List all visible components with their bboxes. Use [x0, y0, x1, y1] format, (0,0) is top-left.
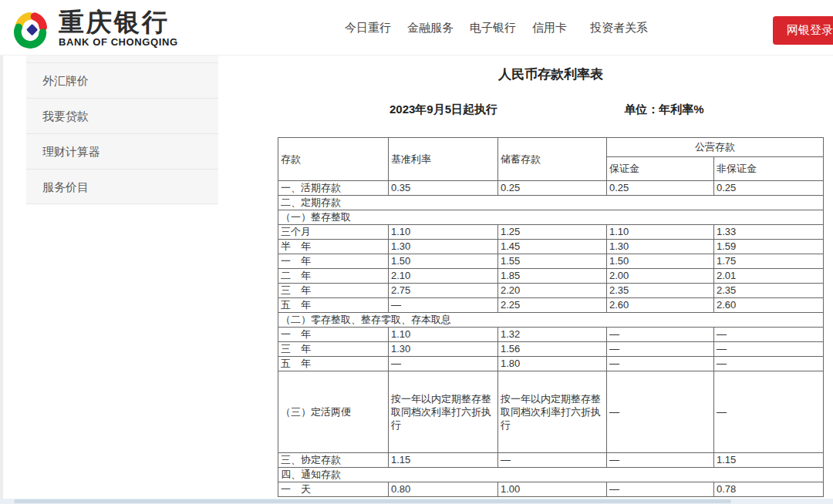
row-label: 半 年 — [278, 240, 389, 254]
rate-cell: 1.15 — [389, 453, 498, 468]
brand-logo[interactable]: 重庆银行 BANK OF CHONGQING — [11, 8, 178, 49]
rate-row: 五 年—2.252.602.60 — [278, 298, 824, 313]
rate-cell: — — [607, 328, 714, 342]
rate-cell: 1.50 — [389, 254, 498, 269]
brand-name-cn: 重庆银行 — [59, 9, 178, 35]
brand-name-en: BANK OF CHONGQING — [59, 36, 178, 48]
col-header: 存款 — [278, 138, 389, 181]
rate-cell: 0.80 — [389, 482, 498, 497]
sidebar-item-calculator[interactable]: 理财计算器 — [26, 133, 218, 169]
rate-cell: 1.32 — [498, 328, 607, 342]
rate-row: 一 年1.101.32—— — [278, 328, 824, 342]
nav-item-ebanking[interactable]: 电子银行 — [470, 21, 516, 35]
col-header: 储蓄存款 — [498, 138, 607, 181]
rate-cell: 2.20 — [498, 284, 607, 298]
rate-cell: 2.25 — [498, 298, 607, 313]
rate-cell: 2.60 — [714, 298, 824, 313]
row-label: 三 年 — [278, 342, 389, 357]
rate-cell: 1.33 — [714, 225, 824, 240]
page-title: 人民币存款利率表 — [278, 66, 824, 83]
site-header: 重庆银行 BANK OF CHONGQING 今日重行 金融服务 电子银行 信用… — [0, 0, 833, 55]
rate-cell: — — [607, 453, 714, 468]
rate-cell: 2.35 — [607, 284, 714, 298]
rate-cell: 1.25 — [498, 225, 607, 240]
rate-cell: — — [714, 371, 824, 453]
nav-item-financial-services[interactable]: 金融服务 — [407, 21, 454, 35]
row-label: 一 年 — [278, 254, 389, 269]
rate-cell: — — [607, 482, 714, 497]
rate-cell: 2.00 — [607, 269, 714, 284]
rate-cell: 0.35 — [389, 181, 498, 196]
rate-cell: 1.45 — [498, 240, 607, 254]
sidebar-item-forex-rates[interactable]: 外汇牌价 — [26, 62, 218, 98]
rate-cell: 1.80 — [498, 357, 607, 371]
sidebar-item-loans[interactable]: 我要贷款 — [26, 98, 218, 133]
rate-cell: — — [498, 453, 607, 468]
page: 重庆银行 BANK OF CHONGQING 今日重行 金融服务 电子银行 信用… — [0, 0, 833, 504]
rate-cell: 按一年以内定期整存整取同档次利率打六折执行 — [389, 371, 498, 453]
rate-cell: — — [714, 357, 824, 371]
section-row: （一）整存整取 — [278, 210, 824, 225]
rate-cell: 1.50 — [607, 254, 714, 269]
row-label: 二 年 — [278, 269, 389, 284]
rate-row: 三个月1.101.251.101.33 — [278, 225, 824, 240]
rate-row: 三 年1.301.56—— — [278, 342, 824, 357]
section-label: 四、通知存款 — [278, 468, 824, 482]
rate-cell: 1.10 — [389, 225, 498, 240]
unit-label: 单位：年利率% — [624, 102, 703, 117]
rate-row: 半 年1.301.451.301.59 — [278, 240, 824, 254]
rate-cell: 1.75 — [714, 254, 824, 269]
sidebar-item-service-prices[interactable]: 服务价目 — [26, 169, 218, 204]
rate-cell: 0.78 — [714, 482, 824, 497]
horizontal-scrollbar[interactable] — [0, 499, 833, 504]
brand-text: 重庆银行 BANK OF CHONGQING — [59, 9, 178, 48]
row-label: 五 年 — [278, 357, 389, 371]
rate-cell: — — [607, 371, 714, 453]
ebank-login-button[interactable]: 网银登录 — [773, 16, 833, 45]
rate-cell: 1.10 — [607, 225, 714, 240]
rate-row: （三）定活两便按一年以内定期整存整取同档次利率打六折执行按一年以内定期整存整取同… — [278, 371, 824, 453]
sidebar: 外汇牌价 我要贷款 理财计算器 服务价目 — [26, 55, 218, 204]
sidebar-spacer — [26, 55, 218, 62]
rate-row: 三、协定存款1.15——1.15 — [278, 453, 824, 468]
nav-item-investor-relations[interactable]: 投资者关系 — [590, 21, 648, 35]
rate-cell: 1.30 — [389, 240, 498, 254]
rate-row: 一 天0.801.00—0.78 — [278, 482, 824, 497]
rate-cell: 1.15 — [714, 453, 824, 468]
rate-cell: 1.59 — [714, 240, 824, 254]
row-label: 一、活期存款 — [278, 181, 389, 196]
rate-cell: 0.25 — [714, 181, 824, 196]
rate-row: 三 年2.752.202.352.35 — [278, 284, 824, 298]
row-label: 三 年 — [278, 284, 389, 298]
col-group-header: 公营存款 — [607, 138, 824, 157]
rate-cell: 0.25 — [498, 181, 607, 196]
section-row: （二）零存整取、整存零取、存本取息 — [278, 313, 824, 328]
rate-cell: 2.60 — [607, 298, 714, 313]
rate-cell: 0.25 — [607, 181, 714, 196]
section-row: 四、通知存款 — [278, 468, 824, 482]
row-label: （三）定活两便 — [278, 371, 389, 453]
section-label: 二、定期存款 — [278, 196, 824, 210]
rate-cell: 2.10 — [389, 269, 498, 284]
rate-cell: — — [714, 342, 824, 357]
horizontal-scrollbar-thumb[interactable] — [14, 499, 731, 503]
rate-cell: — — [714, 328, 824, 342]
rate-cell: 1.85 — [498, 269, 607, 284]
row-label: 三个月 — [278, 225, 389, 240]
rate-cell: 1.55 — [498, 254, 607, 269]
rate-cell: 1.30 — [389, 342, 498, 357]
col-subheader: 保证金 — [607, 157, 714, 181]
rate-cell: — — [389, 357, 498, 371]
rate-cell: — — [607, 357, 714, 371]
rate-row: 二 年2.101.852.002.01 — [278, 269, 824, 284]
nav-item-today[interactable]: 今日重行 — [345, 21, 391, 35]
rate-cell: 1.56 — [498, 342, 607, 357]
rate-row: 一 年1.501.551.501.75 — [278, 254, 824, 269]
row-label: 三、协定存款 — [278, 453, 389, 468]
row-label: 五 年 — [278, 298, 389, 313]
rate-cell: 2.01 — [714, 269, 824, 284]
section-label: （二）零存整取、整存零取、存本取息 — [278, 313, 824, 328]
row-label: 一 年 — [278, 328, 389, 342]
nav-item-credit-card[interactable]: 信用卡 — [532, 21, 567, 35]
section-label: （一）整存整取 — [278, 210, 824, 225]
